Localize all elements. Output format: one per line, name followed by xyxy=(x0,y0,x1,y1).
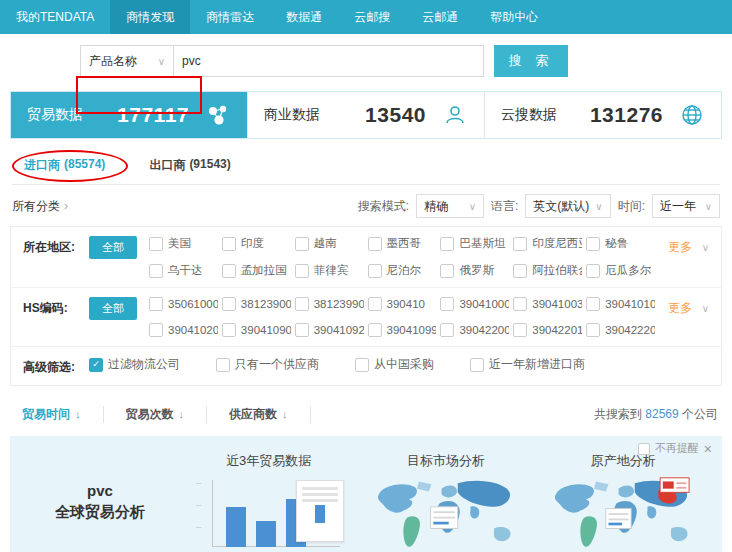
checkbox-checked-icon[interactable]: ✓ xyxy=(89,358,103,372)
nav-item-business-radar[interactable]: 商情雷达 xyxy=(190,0,270,34)
nav-item-cloud-mail[interactable]: 云邮通 xyxy=(406,0,474,34)
nav-item-my-tendata[interactable]: 我的TENDATA xyxy=(0,0,110,34)
section-origin-analysis[interactable]: 原产地分析 xyxy=(535,442,712,552)
checkbox-icon[interactable] xyxy=(440,297,454,311)
tab-exporters[interactable]: 出口商 (91543) xyxy=(145,150,234,184)
checkbox-icon[interactable] xyxy=(440,323,454,337)
nav-item-help-center[interactable]: 帮助中心 xyxy=(474,0,554,34)
advanced-option-buy-from-china[interactable]: 从中国采购 xyxy=(355,356,434,373)
checkbox-icon[interactable] xyxy=(216,358,230,372)
region-more-link[interactable]: 更多 ∨ xyxy=(655,236,709,256)
region-option[interactable]: 菲律宾 xyxy=(295,263,364,278)
hs-code-option[interactable]: 35061000 xyxy=(149,297,218,311)
sort-supplier-count[interactable]: 供应商数 ↓ xyxy=(207,406,311,423)
checkbox-icon[interactable] xyxy=(222,323,236,337)
search-result-summary: 共搜索到 82569 个公司 xyxy=(594,406,722,423)
checkbox-icon[interactable] xyxy=(440,237,454,251)
region-option[interactable]: 美国 xyxy=(149,236,218,251)
nav-item-cloud-mail-search[interactable]: 云邮搜 xyxy=(338,0,406,34)
hs-code-option[interactable]: 39042220 xyxy=(586,323,655,337)
advanced-option-single-supplier[interactable]: 只有一个供应商 xyxy=(216,356,319,373)
checkbox-icon[interactable] xyxy=(440,264,454,278)
hs-code-more-link[interactable]: 更多 ∨ xyxy=(655,297,709,317)
stat-business-data[interactable]: 商业数据 13540 xyxy=(247,92,484,138)
region-option[interactable]: 厄瓜多尔 xyxy=(586,263,655,278)
checkbox-icon[interactable] xyxy=(586,323,600,337)
checkbox-icon[interactable] xyxy=(513,264,527,278)
region-option[interactable]: 孟加拉国 xyxy=(222,263,291,278)
hs-code-option[interactable]: 39041099 xyxy=(368,323,437,337)
hs-code-option[interactable]: 390410 xyxy=(368,297,437,311)
checkbox-icon[interactable] xyxy=(470,358,484,372)
stat-trade-data[interactable]: 贸易数据 177117 xyxy=(11,92,247,138)
advanced-option-new-importers[interactable]: 近一年新增进口商 xyxy=(470,356,585,373)
hs-code-all-button[interactable]: 全部 xyxy=(89,297,137,320)
hs-code-option[interactable]: 38123990 xyxy=(295,297,364,311)
checkbox-icon[interactable] xyxy=(586,297,600,311)
checkbox-icon[interactable] xyxy=(513,297,527,311)
region-option[interactable]: 墨西哥 xyxy=(368,236,437,251)
checkbox-icon[interactable] xyxy=(368,323,382,337)
checkbox-icon[interactable] xyxy=(586,237,600,251)
checkbox-icon[interactable] xyxy=(586,264,600,278)
checkbox-icon[interactable] xyxy=(513,237,527,251)
checkbox-icon[interactable] xyxy=(295,323,309,337)
checkbox-icon[interactable] xyxy=(368,297,382,311)
advanced-option-label: 只有一个供应商 xyxy=(235,356,319,373)
result-count[interactable]: 82569 xyxy=(645,407,678,421)
region-option[interactable]: 秘鲁 xyxy=(586,236,655,251)
nav-item-business-discovery[interactable]: 商情发现 xyxy=(110,0,190,34)
checkbox-icon[interactable] xyxy=(149,323,163,337)
stat-cloud-search-data[interactable]: 云搜数据 131276 xyxy=(484,92,721,138)
region-option[interactable]: 越南 xyxy=(295,236,364,251)
y-tick: — xyxy=(196,480,202,486)
region-option[interactable]: 阿拉伯联合酋... xyxy=(513,263,582,278)
checkbox-icon[interactable] xyxy=(368,237,382,251)
section-target-market[interactable]: 目标市场分析 xyxy=(357,442,534,552)
hs-code-option[interactable]: 39042200 xyxy=(440,323,509,337)
checkbox-icon[interactable] xyxy=(222,297,236,311)
language-select[interactable]: 英文(默认) ∨ xyxy=(525,194,610,218)
hs-code-option[interactable]: 39041092 xyxy=(295,323,364,337)
region-option[interactable]: 巴基斯坦 xyxy=(440,236,509,251)
checkbox-icon[interactable] xyxy=(355,358,369,372)
hs-code-option[interactable]: 39042201 xyxy=(513,323,582,337)
sort-trade-count[interactable]: 贸易次数 ↓ xyxy=(104,406,208,423)
hs-code-option[interactable]: 39041010 xyxy=(586,297,655,311)
checkbox-icon[interactable] xyxy=(513,323,527,337)
search-input[interactable] xyxy=(174,45,484,77)
close-icon[interactable]: × xyxy=(704,442,712,456)
region-option[interactable]: 印度尼西亚 xyxy=(513,236,582,251)
search-mode-select[interactable]: 精确 ∨ xyxy=(416,194,484,218)
section-trade-3years[interactable]: 近3年贸易数据 — — — / / / xyxy=(180,442,357,552)
checkbox-icon[interactable] xyxy=(222,237,236,251)
all-categories-link[interactable]: 所有分类 › xyxy=(12,198,68,215)
region-option[interactable]: 尼泊尔 xyxy=(368,263,437,278)
checkbox-icon[interactable] xyxy=(295,237,309,251)
hs-code-option[interactable]: 39041090 xyxy=(222,323,291,337)
nav-item-data-link[interactable]: 数据通 xyxy=(270,0,338,34)
hs-code-option[interactable]: 38123900 xyxy=(222,297,291,311)
checkbox-icon[interactable] xyxy=(222,264,236,278)
checkbox-icon[interactable] xyxy=(295,297,309,311)
region-option[interactable]: 印度 xyxy=(222,236,291,251)
tab-importers[interactable]: 进口商 (85574) xyxy=(20,150,109,184)
region-all-button[interactable]: 全部 xyxy=(89,236,137,259)
sort-trade-time[interactable]: 贸易时间 ↓ xyxy=(10,406,104,423)
hs-code-option[interactable]: 39041020 xyxy=(149,323,218,337)
checkbox-icon[interactable] xyxy=(149,237,163,251)
checkbox-icon[interactable] xyxy=(295,264,309,278)
hs-code-option[interactable]: 39041003 xyxy=(513,297,582,311)
region-option[interactable]: 乌干达 xyxy=(149,263,218,278)
advanced-option-filter-logistics[interactable]: ✓过滤物流公司 xyxy=(89,356,180,373)
search-button[interactable]: 搜 索 xyxy=(494,45,568,77)
region-option[interactable]: 俄罗斯 xyxy=(440,263,509,278)
checkbox-icon[interactable] xyxy=(368,264,382,278)
checkbox-icon[interactable] xyxy=(149,264,163,278)
checkbox-icon[interactable] xyxy=(149,297,163,311)
checkbox-icon[interactable] xyxy=(638,443,650,455)
time-select[interactable]: 近一年 ∨ xyxy=(652,194,720,218)
search-category-select[interactable]: 产品名称 ∨ xyxy=(80,45,174,77)
advanced-options: ✓过滤物流公司 只有一个供应商 从中国采购 近一年新增进口商 xyxy=(89,356,709,373)
hs-code-option[interactable]: 39041000 xyxy=(440,297,509,311)
